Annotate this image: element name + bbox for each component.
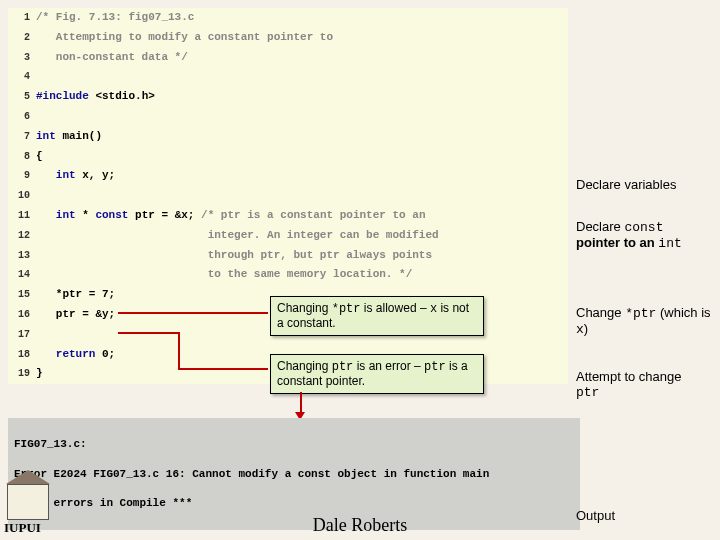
arrow-icon [178,332,180,368]
line-number: 19 [8,365,36,383]
callout-allowed: Changing *ptr is allowed – x is not a co… [270,296,484,336]
code-line: to the same memory location. */ [36,265,412,285]
annotation-declare-const: Declare const pointer to an int [576,220,682,252]
code-line [36,325,43,345]
arrow-icon [300,392,302,414]
line-number: 10 [8,187,36,205]
line-number: 13 [8,247,36,265]
arrow-icon [178,368,268,370]
line-number: 14 [8,266,36,284]
line-number: 1 [8,9,36,27]
line-number: 8 [8,148,36,166]
line-number: 9 [8,167,36,185]
callout-error: Changing ptr is an error – ptr is a cons… [270,354,484,394]
line-number: 6 [8,108,36,126]
annotation-attempt-change: Attempt to change ptr [576,370,682,401]
code-line: int * const ptr = &x; /* ptr is a consta… [36,206,426,226]
line-number: 15 [8,286,36,304]
code-line [36,107,43,127]
code-line [36,186,43,206]
code-line: return 0; [36,345,115,365]
line-number: 17 [8,326,36,344]
code-line: through ptr, but ptr always points [36,246,445,266]
line-number: 18 [8,346,36,364]
arrow-icon [118,332,178,334]
line-number: 12 [8,227,36,245]
arrow-icon [118,312,268,314]
line-number: 11 [8,207,36,225]
output-line: Error E2024 FIG07_13.c 16: Cannot modify… [14,467,574,482]
compiler-output: FIG07_13.c: Error E2024 FIG07_13.c 16: C… [8,418,580,530]
line-number: 3 [8,49,36,67]
annotation-declare-vars: Declare variables [576,178,676,193]
line-number: 5 [8,88,36,106]
code-line: { [36,147,43,167]
code-line: integer. An integer can be modified [36,226,439,246]
code-line: #include <stdio.h> [36,87,155,107]
line-number: 2 [8,29,36,47]
output-line: FIG07_13.c: [14,437,574,452]
line-number: 7 [8,128,36,146]
annotation-change-ptr: Change *ptr (which is x) [576,306,716,338]
code-line: int x, y; [36,166,115,186]
code-line [36,67,43,87]
code-line: *ptr = 7; [36,285,115,305]
output-line: *** 1 errors in Compile *** [14,496,574,511]
code-line: } [36,364,43,384]
code-line: ptr = &y; [36,305,115,325]
line-number: 4 [8,68,36,86]
code-line: int main() [36,127,102,147]
line-number: 16 [8,306,36,324]
code-line: Attempting to modify a constant pointer … [36,28,333,48]
footer-author: Dale Roberts [0,515,720,536]
code-line: non-constant data */ [36,48,188,68]
code-line: /* Fig. 7.13: fig07_13.c [36,8,194,28]
